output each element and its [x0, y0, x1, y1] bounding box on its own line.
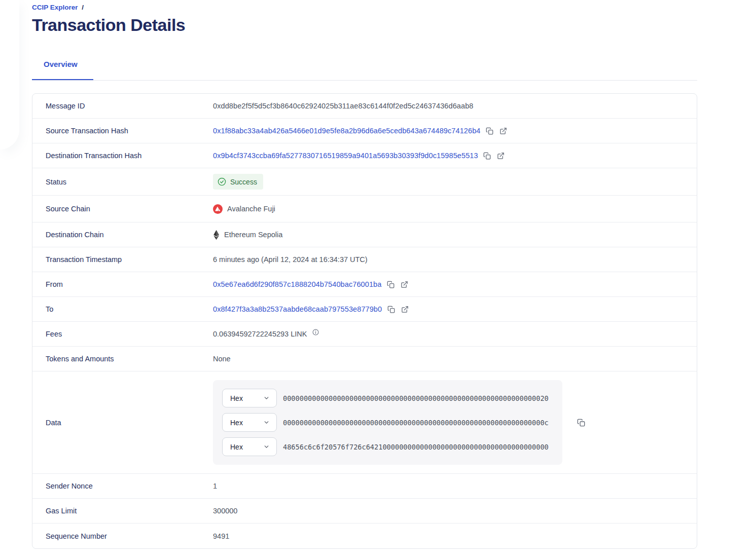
chevron-down-icon [263, 395, 270, 401]
field-label: Status [32, 178, 213, 186]
table-row-data: Data Hex 0000000000000000000000000000000… [32, 371, 697, 474]
data-format-select[interactable]: Hex [222, 389, 277, 407]
data-hex-value: 0000000000000000000000000000000000000000… [283, 419, 549, 427]
source-tx-hash-link[interactable]: 0x1f88abc33a4ab426a5466e01d9e5fe8a2b96d6… [213, 127, 481, 135]
to-address-link[interactable]: 0x8f427f3a3a8b2537aabde68caab797553e8779… [213, 305, 382, 313]
copy-icon[interactable] [485, 126, 494, 135]
dest-chain-name: Ethereum Sepolia [224, 231, 282, 239]
copy-icon[interactable] [386, 305, 396, 314]
from-address-link[interactable]: 0x5e67ea6d6f290f857c1888204b7540bac76001… [213, 280, 381, 288]
table-row-message-id: Message ID 0xdd8be2f5f5d5cf3b8640c629240… [32, 94, 697, 119]
breadcrumb: CCIP Explorer / [32, 0, 697, 11]
data-format-select[interactable]: Hex [222, 413, 277, 432]
table-row-tokens: Tokens and Amounts None [32, 347, 697, 371]
info-icon[interactable] [312, 329, 319, 335]
field-label: To [32, 305, 213, 313]
field-label: Data [32, 419, 213, 427]
transaction-details-page: CCIP Explorer / Transaction Details Over… [0, 0, 751, 560]
chevron-down-icon [263, 443, 270, 450]
field-label: Destination Chain [32, 231, 213, 239]
data-line: Hex 000000000000000000000000000000000000… [222, 413, 553, 432]
data-hex-value: 0000000000000000000000000000000000000000… [283, 394, 549, 402]
source-chain-value: Avalanche Fuji [213, 204, 275, 214]
page-title: Transaction Details [32, 15, 697, 35]
table-row-status: Status Success [32, 168, 697, 196]
data-format-select[interactable]: Hex [222, 437, 277, 456]
copy-icon[interactable] [577, 418, 586, 427]
tab-bar: Overview [32, 60, 697, 81]
tab-bar-divider [32, 80, 697, 81]
table-row-source-tx-hash: Source Transaction Hash 0x1f88abc33a4ab4… [32, 119, 697, 143]
copy-icon[interactable] [483, 151, 492, 160]
sender-nonce-value: 1 [213, 482, 217, 490]
table-row-sequence-number: Sequence Number 9491 [32, 524, 697, 548]
ethereum-logo-icon [213, 230, 220, 240]
external-link-icon[interactable] [400, 280, 409, 289]
data-format-select-value: Hex [230, 443, 243, 451]
tokens-value: None [213, 355, 231, 363]
field-label: Gas Limit [32, 507, 213, 515]
sequence-number-value: 9491 [213, 532, 229, 540]
external-link-icon[interactable] [499, 126, 508, 135]
table-row-timestamp: Transaction Timestamp 6 minutes ago (Apr… [32, 247, 697, 272]
table-row-gas-limit: Gas Limit 300000 [32, 499, 697, 524]
data-hex-panel: Hex 000000000000000000000000000000000000… [213, 380, 562, 465]
dest-chain-value: Ethereum Sepolia [213, 230, 282, 240]
table-row-source-chain: Source Chain Avalanche Fuji [32, 196, 697, 222]
field-label: Transaction Timestamp [32, 255, 213, 264]
table-row-from: From 0x5e67ea6d6f290f857c1888204b7540bac… [32, 272, 697, 297]
table-row-sender-nonce: Sender Nonce 1 [32, 474, 697, 499]
status-badge-label: Success [230, 178, 257, 186]
external-link-icon[interactable] [496, 151, 506, 160]
breadcrumb-separator: / [82, 4, 84, 11]
transaction-detail-table: Message ID 0xdd8be2f5f5d5cf3b8640c629240… [32, 93, 697, 549]
status-badge: Success [213, 174, 263, 190]
field-label: Destination Transaction Hash [32, 152, 213, 160]
drawer-edge-artifact [0, 0, 19, 150]
table-row-to: To 0x8f427f3a3a8b2537aabde68caab797553e8… [32, 297, 697, 322]
dest-tx-hash-link[interactable]: 0x9b4cf3743ccba69fa5277830716519859a9401… [213, 152, 478, 160]
data-line: Hex 48656c6c6f20576f726c6421000000000000… [222, 437, 553, 456]
data-format-select-value: Hex [230, 394, 243, 402]
data-hex-value: 48656c6c6f20576f726c64210000000000000000… [283, 443, 549, 451]
avalanche-logo-icon [213, 204, 223, 214]
field-label: Message ID [32, 102, 213, 110]
source-chain-name: Avalanche Fuji [227, 205, 275, 213]
field-label: Fees [32, 330, 213, 338]
field-label: From [32, 280, 213, 288]
message-id-value: 0xdd8be2f5f5d5cf3b8640c62924025b311ae83c… [213, 102, 474, 110]
breadcrumb-link-ccip-explorer[interactable]: CCIP Explorer [32, 4, 78, 11]
check-circle-icon [218, 177, 226, 186]
tab-overview[interactable]: Overview [32, 60, 93, 81]
data-line: Hex 000000000000000000000000000000000000… [222, 389, 553, 407]
field-label: Sequence Number [32, 532, 213, 540]
fees-value: 0.06394592722245293 LINK [213, 330, 307, 338]
field-label: Source Chain [32, 205, 213, 213]
gas-limit-value: 300000 [213, 507, 237, 515]
table-row-dest-chain: Destination Chain Ethereum Sepolia [32, 222, 697, 247]
tab-overview-label: Overview [44, 60, 78, 68]
chevron-down-icon [263, 419, 270, 426]
table-row-fees: Fees 0.06394592722245293 LINK [32, 322, 697, 347]
data-format-select-value: Hex [230, 419, 243, 427]
copy-icon[interactable] [386, 280, 395, 289]
timestamp-value: 6 minutes ago (April 12, 2024 at 16:34:3… [213, 255, 368, 264]
table-row-dest-tx-hash: Destination Transaction Hash 0x9b4cf3743… [32, 143, 697, 168]
field-label: Tokens and Amounts [32, 355, 213, 363]
external-link-icon[interactable] [400, 305, 409, 314]
field-label: Sender Nonce [32, 482, 213, 490]
field-label: Source Transaction Hash [32, 127, 213, 135]
